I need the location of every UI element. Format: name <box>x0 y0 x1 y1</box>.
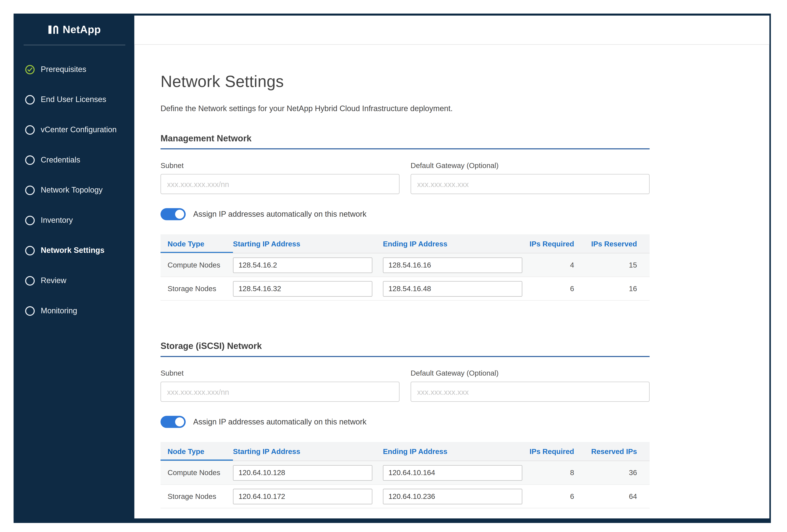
ips-reserved-cell: 16 <box>574 285 650 293</box>
subnet-gateway-row: Subnet Default Gateway (Optional) <box>161 369 650 402</box>
node-type-cell: Storage Nodes <box>161 492 233 500</box>
node-type-cell: Compute Nodes <box>161 469 233 477</box>
netapp-logo: NetApp <box>14 16 134 44</box>
step-label: vCenter Configuration <box>41 125 117 134</box>
subnet-input[interactable] <box>161 382 400 402</box>
ips-required-cell: 4 <box>533 261 574 269</box>
sidebar-item-review[interactable]: Review <box>14 266 134 296</box>
col-header-node-type[interactable]: Node Type <box>161 442 233 461</box>
step-label: Prerequisites <box>41 65 86 74</box>
ips-required-cell: 8 <box>533 469 574 477</box>
netapp-logo-icon <box>47 24 58 35</box>
col-header-ips-reserved[interactable]: IPs Reserved <box>574 234 650 253</box>
table-row-compute-nodes: Compute Nodes 8 36 <box>161 461 650 485</box>
col-header-ending-ip[interactable]: Ending IP Address <box>383 442 533 461</box>
circle-icon <box>25 216 35 225</box>
section-heading-management-network: Management Network <box>161 133 650 150</box>
step-label: Monitoring <box>41 306 77 315</box>
table-row-compute-nodes: Compute Nodes 4 15 <box>161 253 650 277</box>
subnet-field: Subnet <box>161 161 400 194</box>
step-label: Inventory <box>41 216 73 225</box>
starting-ip-input[interactable] <box>233 281 372 296</box>
auto-assign-toggle[interactable] <box>161 416 186 428</box>
ips-required-cell: 6 <box>533 492 574 500</box>
default-gateway-label: Default Gateway (Optional) <box>410 161 650 170</box>
subnet-label: Subnet <box>161 161 400 170</box>
table-row-storage-nodes: Storage Nodes 6 16 <box>161 277 650 301</box>
page-content: Network Settings Define the Network sett… <box>134 45 769 508</box>
toggle-knob <box>175 417 184 426</box>
main-area: Network Settings Define the Network sett… <box>134 16 769 518</box>
storage-ip-table: Node Type Starting IP Address Ending IP … <box>161 442 650 508</box>
table-header-row: Node Type Starting IP Address Ending IP … <box>161 442 650 461</box>
sidebar-divider <box>24 45 125 45</box>
sidebar-item-end-user-licenses[interactable]: End User Licenses <box>14 85 134 115</box>
ending-ip-input[interactable] <box>383 489 522 504</box>
top-bar <box>134 16 769 45</box>
ending-ip-input[interactable] <box>383 465 522 481</box>
page-title: Network Settings <box>161 72 769 91</box>
circle-icon <box>25 185 35 195</box>
ips-reserved-cell: 15 <box>574 261 650 269</box>
check-circle-icon <box>25 65 35 74</box>
brand-name: NetApp <box>63 24 101 36</box>
subnet-gateway-row: Subnet Default Gateway (Optional) <box>161 161 650 194</box>
reserved-ips-cell: 36 <box>574 469 650 477</box>
node-type-cell: Compute Nodes <box>161 261 233 269</box>
circle-icon <box>25 246 35 255</box>
circle-icon <box>25 95 35 104</box>
starting-ip-input[interactable] <box>233 465 372 481</box>
app-window: NetApp Prerequisites End User Licenses <box>14 14 771 523</box>
col-header-ips-required[interactable]: IPs Required <box>533 442 574 461</box>
subnet-field: Subnet <box>161 369 400 402</box>
sidebar-item-credentials[interactable]: Credentials <box>14 145 134 175</box>
step-label: Network Topology <box>41 185 103 195</box>
table-row-storage-nodes: Storage Nodes 6 64 <box>161 485 650 508</box>
default-gateway-input[interactable] <box>410 174 650 194</box>
ips-required-cell: 6 <box>533 285 574 293</box>
wizard-steps: Prerequisites End User Licenses vCenter … <box>14 54 134 326</box>
circle-icon <box>25 125 35 134</box>
reserved-ips-cell: 64 <box>574 492 650 500</box>
col-header-ending-ip[interactable]: Ending IP Address <box>383 234 533 253</box>
col-header-node-type[interactable]: Node Type <box>161 234 233 253</box>
node-type-cell: Storage Nodes <box>161 285 233 293</box>
subnet-input[interactable] <box>161 174 400 194</box>
section-heading-storage-network: Storage (iSCSI) Network <box>161 341 650 357</box>
default-gateway-input[interactable] <box>410 382 650 402</box>
toggle-knob <box>175 210 184 219</box>
col-header-starting-ip[interactable]: Starting IP Address <box>233 442 383 461</box>
sidebar-item-vcenter-configuration[interactable]: vCenter Configuration <box>14 115 134 145</box>
auto-assign-label: Assign IP addresses automatically on thi… <box>193 417 366 426</box>
app-root: NetApp Prerequisites End User Licenses <box>0 0 787 532</box>
sidebar-item-prerequisites[interactable]: Prerequisites <box>14 54 134 85</box>
ending-ip-input[interactable] <box>383 257 522 273</box>
step-label: Review <box>41 276 66 285</box>
sidebar-item-monitoring[interactable]: Monitoring <box>14 296 134 326</box>
sidebar-item-network-settings[interactable]: Network Settings <box>14 235 134 266</box>
step-label: End User Licenses <box>41 95 106 104</box>
sidebar-item-network-topology[interactable]: Network Topology <box>14 175 134 205</box>
sidebar: NetApp Prerequisites End User Licenses <box>14 16 134 518</box>
management-ip-table: Node Type Starting IP Address Ending IP … <box>161 234 650 301</box>
auto-assign-row: Assign IP addresses automatically on thi… <box>161 208 650 220</box>
default-gateway-field: Default Gateway (Optional) <box>410 161 650 194</box>
auto-assign-label: Assign IP addresses automatically on thi… <box>193 210 366 219</box>
starting-ip-input[interactable] <box>233 257 372 273</box>
col-header-ips-required[interactable]: IPs Required <box>533 234 574 253</box>
col-header-reserved-ips[interactable]: Reserved IPs <box>574 442 650 461</box>
auto-assign-toggle[interactable] <box>161 208 186 220</box>
circle-icon <box>25 155 35 164</box>
ending-ip-input[interactable] <box>383 281 522 296</box>
circle-icon <box>25 276 35 285</box>
page-subtitle: Define the Network settings for your Net… <box>161 104 769 113</box>
col-header-starting-ip[interactable]: Starting IP Address <box>233 234 383 253</box>
table-header-row: Node Type Starting IP Address Ending IP … <box>161 234 650 253</box>
storage-iscsi-network-section: Storage (iSCSI) Network Subnet Default G… <box>161 341 650 508</box>
step-label: Network Settings <box>41 246 105 255</box>
sidebar-item-inventory[interactable]: Inventory <box>14 205 134 235</box>
auto-assign-row: Assign IP addresses automatically on thi… <box>161 416 650 428</box>
circle-icon <box>25 306 35 315</box>
starting-ip-input[interactable] <box>233 489 372 504</box>
step-label: Credentials <box>41 155 80 164</box>
